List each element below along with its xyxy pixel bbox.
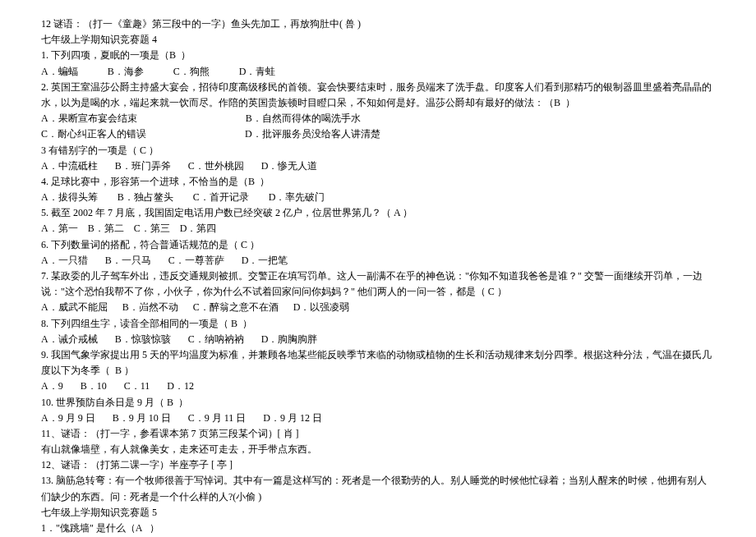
text-line: 2. 英国王室温莎公爵主持盛大宴会，招待印度高级移民的首领。宴会快要结束时，服务… xyxy=(41,80,715,111)
text-line: 3 有错别字的一项是（ C ） xyxy=(41,143,715,158)
text-line: 10. 世界预防自杀日是 9 月（ B ） xyxy=(41,395,715,411)
text-line: 七年级上学期知识竞赛题 4 xyxy=(41,32,715,48)
text-line: A．果断宣布宴会结束 B．自然而得体的喝洗手水 xyxy=(41,111,715,126)
text-line: A．9 B．10 C．11 D．12 xyxy=(41,379,715,394)
text-line: 9. 我国气象学家提出用 5 天的平均温度为标准，并兼顾各地某些能反映季节来临的… xyxy=(41,347,715,379)
text-line: A．第一 B．第二 C．第三 D．第四 xyxy=(41,221,715,236)
text-line: 12 谜语：（打一《童趣》第三段中的一字）鱼头先加工，再放狗肚中( 兽 ) xyxy=(41,16,715,32)
text-line: 1．"傀跳墙" 是什么（A ） xyxy=(41,521,715,536)
text-line: 11、谜语：（打一字，参看课本第 7 页第三段某个词）[ 肖 ] xyxy=(41,426,715,442)
text-line: A．9 月 9 日 B．9 月 10 日 C．9 月 11 日 D．9 月 12… xyxy=(41,411,715,426)
text-line: A．诫介戒械 B．惊骇惊骇 C．纳呐衲衲 D．朐胸朐胖 xyxy=(41,332,715,347)
text-line: A．一只猎 B．一只马 C．一尊菩萨 D．一把笔 xyxy=(41,253,715,268)
text-line: C．耐心纠正客人的错误 D．批评服务员没给客人讲清楚 xyxy=(41,126,715,142)
text-line: A．中流砥柱 B．班门弄斧 C．世外桃园 D．惨无人道 xyxy=(41,158,715,174)
text-line: 7. 某政委的儿子驾车外出，违反交通规则被抓。交警正在填写罚单。这人一副满不在乎… xyxy=(41,268,715,300)
text-line: A．拔得头筹 B．独占鳌头 C．首开记录 D．率先破门 xyxy=(41,190,715,205)
text-line: 13. 脑筋急转弯：有一个牧师很善于写悼词。其中有一篇是这样写的：死者是一个很勤… xyxy=(41,473,715,504)
text-line: 有山就像墙壁，有人就像美女，走来还可走去，开手带点东西。 xyxy=(41,442,715,457)
text-line: 4. 足球比赛中，形容第一个进球，不恰当的是（B ） xyxy=(41,174,715,190)
text-line: 8. 下列四组生字，读音全部相同的一项是（ B ） xyxy=(41,316,715,332)
text-line: 6. 下列数量词的搭配，符合普通话规范的是（ C ） xyxy=(41,237,715,253)
text-line: 七年级上学期知识竞赛题 5 xyxy=(41,505,715,521)
text-line: A．蝙蝠 B．海参 C．狗熊 D．青蛙 xyxy=(41,64,715,80)
text-line: 1. 下列四项，夏眠的一项是（B ） xyxy=(41,48,715,63)
text-line: 12、谜语：（打第二课一字）半座亭子 [ 亭 ] xyxy=(41,457,715,473)
text-line: A．威武不能屈 B．岿然不动 C．醉翁之意不在酒 D．以强凌弱 xyxy=(41,300,715,315)
text-line: 5. 截至 2002 年 7 月底，我国固定电话用户数已经突破 2 亿户，位居世… xyxy=(41,205,715,221)
